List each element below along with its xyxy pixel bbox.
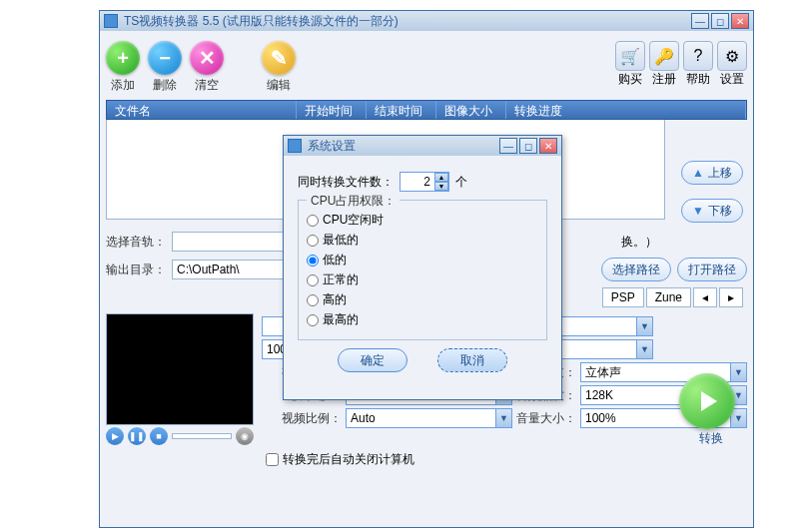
- convert-button[interactable]: [679, 373, 735, 429]
- plus-icon: +: [106, 41, 140, 75]
- close-button[interactable]: ✕: [731, 13, 749, 29]
- col-start[interactable]: 开始时间: [297, 101, 367, 119]
- cpu-groupbox: CPU占用权限： CPU空闲时 最低的 低的 正常的 高的 最高的: [298, 200, 547, 340]
- maximize-button[interactable]: ◻: [711, 13, 729, 29]
- spin-up-icon[interactable]: ▲: [434, 173, 448, 182]
- dialog-minimize-button[interactable]: —: [499, 138, 517, 154]
- gear-icon: ⚙: [717, 41, 747, 71]
- cpu-lowest-radio[interactable]: [307, 235, 319, 247]
- tab-zune[interactable]: Zune: [646, 287, 691, 307]
- seek-slider[interactable]: [172, 433, 232, 439]
- list-header: 文件名 开始时间 结束时间 图像大小 转换进度: [106, 100, 747, 120]
- move-up-button[interactable]: ▲上移: [681, 161, 743, 185]
- clear-button[interactable]: ✕清空: [190, 41, 224, 94]
- settings-button[interactable]: ⚙设置: [717, 41, 747, 88]
- cpu-normal-radio[interactable]: [307, 274, 319, 286]
- play-icon: [701, 391, 717, 411]
- choose-path-button[interactable]: 选择路径: [601, 258, 671, 281]
- convert-label: 转换: [699, 430, 723, 447]
- tab-scroll-left[interactable]: ◂: [693, 287, 717, 307]
- spin-down-icon[interactable]: ▼: [434, 182, 448, 191]
- play-button[interactable]: ▶: [106, 427, 124, 445]
- shutdown-label: 转换完后自动关闭计算机: [283, 451, 414, 468]
- register-button[interactable]: 🔑注册: [649, 41, 679, 88]
- ratio-label: 视频比例：: [262, 410, 342, 427]
- tab-psp[interactable]: PSP: [602, 287, 644, 307]
- buy-button[interactable]: 🛒购买: [615, 41, 645, 88]
- dialog-maximize-button[interactable]: ◻: [519, 138, 537, 154]
- col-filename[interactable]: 文件名: [107, 101, 297, 119]
- cpu-highest-radio[interactable]: [307, 314, 319, 326]
- app-icon: [104, 14, 118, 28]
- ok-button[interactable]: 确定: [338, 348, 407, 372]
- cpu-idle-radio[interactable]: [307, 215, 319, 227]
- minus-icon: −: [148, 41, 182, 75]
- unit-label: 个: [455, 174, 467, 191]
- preview-pane: [106, 313, 254, 425]
- ratio-combo[interactable]: Auto▼: [346, 408, 512, 428]
- dialog-title: 系统设置: [308, 138, 499, 155]
- toolbar: +添加 −删除 ✕清空 ✎编辑 🛒购买 🔑注册 ?帮助 ⚙设置: [106, 37, 747, 100]
- app-icon: [288, 139, 302, 153]
- cpu-high-radio[interactable]: [307, 294, 319, 306]
- concurrent-spinner[interactable]: 2 ▲▼: [400, 172, 449, 192]
- settings-dialog: 系统设置 — ◻ ✕ 同时转换文件数： 2 ▲▼ 个 CPU占用权限： CPU空…: [283, 135, 562, 400]
- audio-track-label: 选择音轨：: [106, 234, 166, 251]
- chevron-down-icon: ▼: [636, 317, 652, 335]
- cancel-button[interactable]: 取消: [437, 348, 507, 372]
- help-icon: ?: [683, 41, 713, 71]
- stop-button[interactable]: ■: [150, 427, 168, 445]
- key-icon: 🔑: [649, 41, 679, 71]
- output-dir-label: 输出目录：: [106, 262, 166, 278]
- minimize-button[interactable]: —: [691, 13, 709, 29]
- cpu-group-title: CPU占用权限：: [307, 193, 400, 210]
- chevron-up-icon: ▲: [692, 166, 704, 180]
- edit-button[interactable]: ✎编辑: [262, 41, 296, 94]
- col-progress[interactable]: 转换进度: [506, 101, 746, 119]
- delete-button[interactable]: −删除: [148, 41, 182, 94]
- tab-scroll-right[interactable]: ▸: [719, 287, 743, 307]
- window-title: TS视频转换器 5.5 (试用版只能转换源文件的一部分): [124, 13, 691, 30]
- x-icon: ✕: [190, 41, 224, 75]
- add-button[interactable]: +添加: [106, 41, 140, 94]
- move-down-button[interactable]: ▼下移: [681, 199, 743, 223]
- main-titlebar[interactable]: TS视频转换器 5.5 (试用版只能转换源文件的一部分) — ◻ ✕: [100, 11, 753, 31]
- dialog-titlebar[interactable]: 系统设置 — ◻ ✕: [284, 136, 561, 156]
- snapshot-button[interactable]: ◉: [236, 427, 254, 445]
- concurrent-label: 同时转换文件数：: [298, 174, 394, 191]
- cpu-low-radio[interactable]: [307, 255, 319, 266]
- dialog-close-button[interactable]: ✕: [539, 138, 557, 154]
- shutdown-checkbox[interactable]: [266, 453, 279, 466]
- chevron-down-icon: ▼: [636, 340, 652, 358]
- volume-label: 音量大小：: [516, 410, 576, 427]
- open-path-button[interactable]: 打开路径: [677, 258, 747, 281]
- chevron-down-icon: ▼: [692, 204, 704, 218]
- help-button[interactable]: ?帮助: [683, 41, 713, 88]
- pause-button[interactable]: ❚❚: [128, 427, 146, 445]
- col-end[interactable]: 结束时间: [367, 101, 436, 119]
- audio-note: 换。）: [621, 234, 657, 251]
- edit-icon: ✎: [262, 41, 296, 75]
- col-size[interactable]: 图像大小: [436, 101, 506, 119]
- cart-icon: 🛒: [615, 41, 645, 71]
